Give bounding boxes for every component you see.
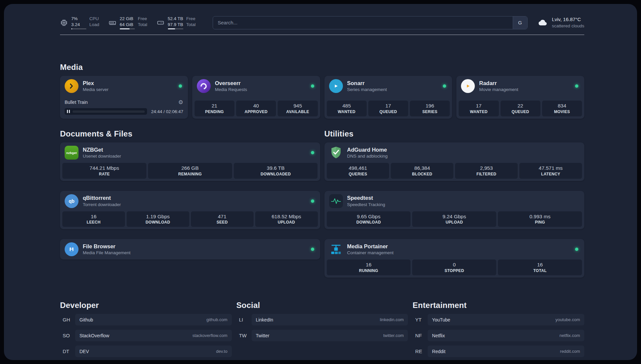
stat-block: 945 AVAILABLE — [278, 101, 318, 116]
memory-values: 22 GiB 64 GiB — [120, 16, 135, 29]
section-title-documents: Documents & Files — [60, 129, 320, 138]
bookmark-github[interactable]: GH Github github.com — [60, 314, 232, 325]
bookmark-group-entertainment: Entertainment YT YouTube youtube.com NF … — [412, 301, 584, 360]
service-name: Radarr — [479, 80, 518, 87]
overseerr-icon — [197, 79, 211, 93]
bookmark-abbr: TW — [236, 333, 252, 338]
section-title-media: Media — [60, 63, 584, 72]
topbar: 7% 3.24 CPU Load 22 GiB 64 GiB Free Tota… — [60, 4, 584, 29]
search-provider-button[interactable]: G — [513, 16, 527, 29]
gear-icon[interactable]: ⚙ — [178, 99, 183, 106]
bookmark-domain: reddit.com — [560, 349, 580, 354]
bookmark-dev[interactable]: DT DEV dev.to — [60, 346, 232, 357]
memory-resource-widget: 22 GiB 64 GiB Free Total — [108, 16, 147, 29]
status-dot — [311, 248, 314, 251]
memory-bar — [120, 28, 135, 29]
cpu-values: 7% 3.24 — [71, 16, 86, 29]
search-input[interactable] — [213, 16, 513, 29]
bookmark-name: DEV — [79, 349, 216, 354]
service-name: Overseerr — [215, 80, 247, 87]
stat-block: 618.52 Mbps UPLOAD — [255, 211, 318, 227]
topbar-divider — [60, 35, 584, 35]
stat-block: 471 SEED — [191, 211, 254, 227]
service-subtitle: Torrent downloader — [83, 202, 121, 208]
service-name: qBittorrent — [83, 195, 121, 201]
bookmark-youtube[interactable]: YT YouTube youtube.com — [412, 314, 584, 325]
bookmark-stackoverflow[interactable]: SO StackOverflow stackoverflow.com — [60, 330, 232, 341]
stat-block: 21 PENDING — [195, 101, 234, 116]
bookmark-linkedin[interactable]: LI LinkedIn linkedin.com — [236, 314, 408, 325]
section-title-entertainment: Entertainment — [412, 301, 584, 310]
service-card-speedtest[interactable]: Speedtest Speedtest Tracking 9.65 Gbps D… — [324, 191, 585, 229]
cpu-resource-widget: 7% 3.24 CPU Load — [60, 16, 99, 29]
bookmark-name: Reddit — [432, 349, 560, 354]
progress-track — [73, 110, 145, 113]
memory-icon — [108, 19, 116, 27]
service-subtitle: Speedtest Tracking — [347, 202, 385, 208]
stat-block: 40 APPROVED — [236, 101, 276, 116]
status-dot — [311, 84, 314, 88]
service-card-adguard[interactable]: AdGuard Home DNS and adblocking 498,461 … — [324, 142, 585, 181]
bookmark-twitter[interactable]: TW Twitter twitter.com — [236, 330, 408, 341]
service-subtitle: Media server — [83, 87, 108, 93]
bookmark-netflix[interactable]: NF Netflix netflix.com — [412, 330, 584, 341]
cpu-bar — [71, 28, 86, 29]
filebrowser-icon — [65, 242, 78, 256]
service-name: File Browser — [83, 243, 131, 250]
service-subtitle: DNS and adblocking — [347, 153, 388, 159]
stat-block: 9.65 Gbps DOWNLOAD — [327, 211, 411, 227]
cpu-usage: 7% — [71, 16, 86, 22]
service-card-qbittorrent[interactable]: qb qBittorrent Torrent downloader 16 LEE… — [60, 191, 320, 229]
bookmark-group-developer: Developer GH Github github.com SO StackO… — [60, 301, 232, 360]
stat-block: 0 STOPPED — [412, 259, 496, 275]
bookmark-name: YouTube — [432, 317, 555, 322]
service-card-plex[interactable]: Plex Media server Bullet Train ⚙ — [60, 76, 188, 119]
service-name: Sonarr — [347, 80, 387, 87]
stat-block: 16 LEECH — [62, 211, 125, 227]
service-card-overseerr[interactable]: Overseerr Media Requests 21 PENDING 40 A… — [192, 76, 320, 119]
plex-now-playing-widget: Bullet Train ⚙ 24:44 / 02:06:47 — [60, 98, 188, 119]
bookmark-domain: linkedin.com — [380, 317, 404, 322]
cpu-load: 3.24 — [71, 22, 86, 28]
disk-free: 52.4 TB — [168, 16, 183, 22]
service-subtitle: Usenet downloader — [83, 153, 121, 159]
service-subtitle: Media Requests — [215, 87, 247, 93]
stat-block: 485 WANTED — [327, 101, 367, 116]
bookmark-abbr: RE — [412, 349, 428, 354]
qbittorrent-icon: qb — [65, 194, 78, 208]
stat-block: 17 WANTED — [459, 101, 499, 116]
disk-values: 52.4 TB 97.9 TB — [168, 16, 183, 29]
service-card-portainer[interactable]: Media Portainer Container management 16 … — [324, 239, 585, 278]
section-title-utilities: Utilities — [324, 129, 585, 138]
bookmark-abbr: YT — [412, 317, 428, 322]
player-progress-bar[interactable] — [65, 108, 147, 115]
plex-icon — [65, 79, 78, 93]
service-card-radarr[interactable]: Radarr Movie management 17 WANTED 22 QUE… — [456, 76, 584, 119]
service-name: NZBGet — [83, 146, 121, 153]
service-name: Media Portainer — [347, 243, 394, 250]
service-card-filebrowser[interactable]: File Browser Media File Management — [60, 239, 320, 259]
bookmark-name: StackOverflow — [79, 333, 192, 338]
memory-free: 22 GiB — [120, 16, 135, 22]
status-dot — [575, 248, 578, 251]
pause-icon[interactable] — [67, 110, 70, 113]
stat-block: 1.19 Gbps DOWNLOAD — [127, 211, 189, 227]
speedtest-icon — [329, 194, 343, 208]
stat-block: 47.571 ms LATENCY — [519, 163, 582, 179]
stat-block: 744.21 Mbps RATE — [62, 163, 146, 179]
stat-block: 266 GB REMAINING — [148, 163, 232, 179]
memory-labels: Free Total — [138, 16, 147, 27]
section-title-social: Social — [236, 301, 408, 310]
status-dot — [575, 84, 578, 88]
stat-block: 2,953 FILTERED — [455, 163, 518, 179]
service-card-nzbget[interactable]: nzbget NZBGet Usenet downloader 744.21 M… — [60, 142, 320, 181]
disk-bar — [168, 28, 183, 29]
bookmark-reddit[interactable]: RE Reddit reddit.com — [412, 346, 584, 357]
service-card-sonarr[interactable]: Sonarr Series management 485 WANTED 17 Q… — [324, 76, 452, 119]
bookmark-domain: stackoverflow.com — [192, 333, 227, 338]
radarr-icon — [461, 79, 475, 93]
cloud-icon — [536, 18, 549, 28]
service-subtitle: Media File Management — [83, 250, 131, 256]
service-name: Plex — [83, 80, 108, 87]
stat-block: 16 RUNNING — [327, 259, 411, 275]
